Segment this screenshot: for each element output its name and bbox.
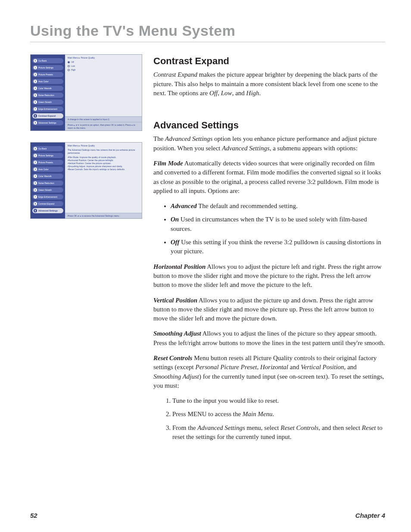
- paragraph-smoothing-adjust: Smoothing Adjust Allows you to adjust th…: [153, 329, 385, 348]
- figures-column: 0Go Back1Picture Settings2Picture Preset…: [30, 54, 142, 448]
- sidebar-item: 5Noise Reduction: [32, 93, 63, 98]
- ordered-list: Tune to the input you would like to rese…: [153, 396, 385, 442]
- bullet-list: Advanced The default and recommended set…: [153, 202, 385, 256]
- sidebar-item: 0Go Back: [32, 58, 63, 63]
- sidebar-item: 6Green Stretch: [32, 187, 63, 193]
- sidebar-item: 1Picture Settings: [32, 153, 63, 158]
- paragraph-film-mode: Film Mode Automatically detects video so…: [153, 159, 385, 196]
- paragraph: The Advanced Settings option lets you en…: [153, 134, 385, 153]
- divider: [30, 42, 385, 42]
- page-footer: 52 Chapter 4: [30, 512, 385, 519]
- sidebar-item: 5Noise Reduction: [32, 180, 63, 186]
- heading-advanced-settings: Advanced Settings: [153, 118, 385, 132]
- status-text: A change in this screen is applied to In…: [65, 116, 142, 122]
- list-item: Press MENU to access the Main Menu.: [172, 410, 385, 419]
- paragraph-horizontal-position: Horizontal Position Allows you to adjust…: [153, 262, 385, 290]
- breadcrumb: Main Menu ▸ Picture Quality: [65, 55, 142, 60]
- radio-option: High: [68, 68, 139, 72]
- sidebar-item: 8Contrast Expand: [32, 113, 63, 118]
- sidebar-item: 8Contrast Expand: [32, 201, 63, 206]
- breadcrumb: Main Menu ▸ Picture Quality: [65, 143, 142, 148]
- sidebar-item: 6Green Stretch: [32, 100, 63, 105]
- sidebar-item: 3Auto Color: [32, 167, 63, 172]
- paragraph-reset-controls: Reset Controls Menu button resets all Pi…: [153, 354, 385, 390]
- hint-text: Press OK or ▸ to access the Advanced Set…: [65, 213, 142, 219]
- chapter-label: Chapter 4: [355, 512, 385, 519]
- body-column: Contrast Expand Contrast Expand makes th…: [153, 54, 385, 448]
- chapter-title: Using the TV's Menu System: [30, 22, 385, 39]
- sidebar-item: 3Auto Color: [32, 79, 63, 84]
- list-item: Tune to the input you would like to rese…: [172, 396, 385, 405]
- heading-contrast-expand: Contrast Expand: [153, 54, 385, 68]
- paragraph: Contrast Expand makes the picture appear…: [153, 70, 385, 98]
- sidebar-item: 7Edge Enhancement: [32, 194, 63, 199]
- sidebar-item: 7Edge Enhancement: [32, 106, 63, 112]
- paragraph-vertical-position: Vertical Position Allows you to adjust t…: [153, 296, 385, 324]
- sidebar-item: 4Color Warmth: [32, 174, 63, 179]
- list-item: Off Use this setting if you think the re…: [171, 238, 385, 256]
- sidebar-item: 9Advanced Settings: [32, 208, 63, 213]
- radio-option: Low: [68, 65, 139, 68]
- page-number: 52: [30, 512, 37, 519]
- sidebar-item: 4Color Warmth: [32, 86, 63, 91]
- list-item: From the Advanced Settings menu, select …: [172, 423, 385, 442]
- sidebar-item: 2Picture Presets: [32, 72, 63, 77]
- screenshot-advanced-settings: 0Go Back1Picture Settings2Picture Preset…: [30, 142, 142, 219]
- radio-option: Off: [68, 61, 139, 64]
- hint-text: Press ▴ or ▾ to point to an option, then…: [65, 122, 142, 131]
- list-item: On Used in circumstances when the TV is …: [171, 215, 385, 233]
- sidebar-item: 2Picture Presets: [32, 160, 63, 165]
- screenshot-contrast-expand: 0Go Back1Picture Settings2Picture Preset…: [30, 54, 142, 131]
- sidebar-item: 9Advanced Settings: [32, 120, 63, 125]
- sidebar-item: 1Picture Settings: [32, 65, 63, 70]
- list-item: Advanced The default and recommended set…: [171, 202, 385, 211]
- sidebar-item: 0Go Back: [32, 146, 63, 151]
